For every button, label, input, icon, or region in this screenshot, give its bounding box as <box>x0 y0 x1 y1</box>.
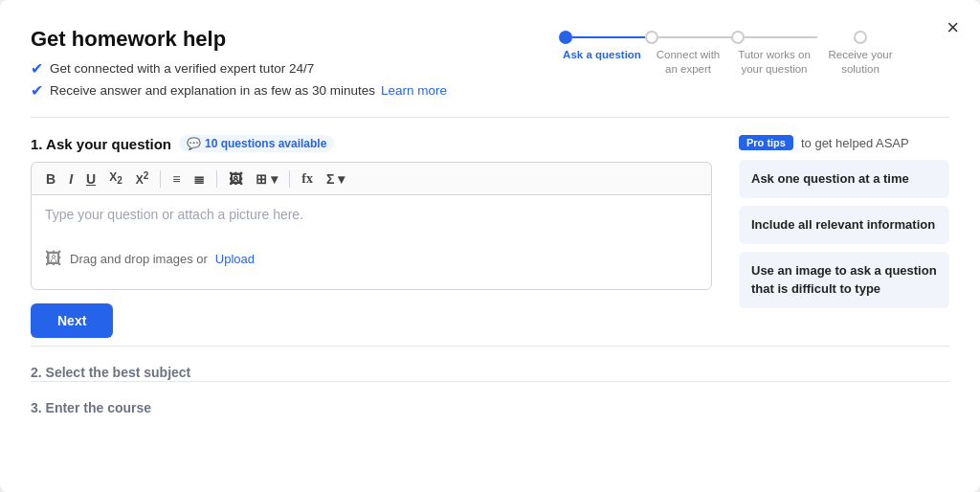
tip-card-3: Use an image to ask a question that is d… <box>739 252 949 307</box>
step-line-3 <box>745 36 817 38</box>
pro-tips-header: Pro tips to get helped ASAP <box>739 135 949 150</box>
step-dot-4 <box>854 31 867 44</box>
editor-toolbar: B I U X2 X2 ≡ ≣ 🖼 ⊞ ▾ fx Σ ▾ <box>31 162 712 194</box>
step-label-2: Connect withan expert <box>657 48 720 77</box>
upload-area: 🖼 Drag and drop images or Upload <box>45 249 698 269</box>
toolbar-ordered-list[interactable]: ≡ <box>167 169 185 189</box>
upload-text: Drag and drop images or <box>70 252 208 266</box>
step-1: Ask a question <box>559 31 645 62</box>
badge-icon: 💬 <box>187 137 201 150</box>
stepper: Ask a question Connect withan expert Tut… <box>559 31 903 77</box>
step-line-2 <box>658 36 731 38</box>
toolbar-unordered-list[interactable]: ≣ <box>189 169 210 189</box>
close-button[interactable]: × <box>947 17 959 38</box>
bullet-1-text: Get connected with a verified expert tut… <box>50 61 314 76</box>
toolbar-sep-3 <box>289 170 290 188</box>
step-4: Receive yoursolution <box>817 31 903 77</box>
toolbar-bold[interactable]: B <box>41 169 60 189</box>
editor-area[interactable]: Type your question or attach a picture h… <box>31 194 712 290</box>
step-dot-3 <box>731 31 745 44</box>
check-icon-1: ✔ <box>31 59 43 78</box>
step-label-1: Ask a question <box>563 48 641 62</box>
toolbar-sigma[interactable]: Σ ▾ <box>322 169 349 189</box>
header-left: Get homework help ✔ Get connected with a… <box>31 27 447 103</box>
left-column: 1. Ask your question 💬 10 questions avai… <box>31 135 712 338</box>
modal: × Get homework help ✔ Get connected with… <box>0 0 980 492</box>
section3: 3. Enter the course <box>31 381 949 416</box>
toolbar-table[interactable]: ⊞ ▾ <box>251 169 282 189</box>
section1-title: 1. Ask your question 💬 10 questions avai… <box>31 135 712 152</box>
section3-title: 3. Enter the course <box>31 400 151 415</box>
toolbar-sep-1 <box>160 170 161 188</box>
step-label-4: Receive yoursolution <box>828 48 892 77</box>
upload-link[interactable]: Upload <box>215 252 255 266</box>
tip-card-1: Ask one question at a time <box>739 160 949 198</box>
pro-tips-label: to get helped ASAP <box>801 136 909 150</box>
header-bullets: ✔ Get connected with a verified expert t… <box>31 59 447 100</box>
step-3: Tutor works onyour question <box>731 31 817 77</box>
pro-tips-badge: Pro tips <box>739 135 793 150</box>
badge-text: 10 questions available <box>205 137 326 150</box>
header-divider <box>31 117 949 118</box>
section2-title: 2. Select the best subject <box>31 365 190 380</box>
right-column: Pro tips to get helped ASAP Ask one ques… <box>739 135 949 338</box>
bullet-1: ✔ Get connected with a verified expert t… <box>31 59 447 78</box>
learn-more-link[interactable]: Learn more <box>381 83 447 98</box>
toolbar-superscript[interactable]: X2 <box>131 168 154 189</box>
toolbar-image[interactable]: 🖼 <box>224 169 247 189</box>
toolbar-underline[interactable]: U <box>81 169 100 189</box>
step-label-3: Tutor works onyour question <box>738 48 811 77</box>
bullet-2: ✔ Receive answer and explanation in as f… <box>31 81 447 100</box>
toolbar-formula[interactable]: fx <box>297 169 318 189</box>
main-content: 1. Ask your question 💬 10 questions avai… <box>31 135 949 338</box>
modal-title: Get homework help <box>31 27 447 52</box>
section2: 2. Select the best subject <box>31 346 949 381</box>
modal-header: Get homework help ✔ Get connected with a… <box>31 27 949 103</box>
step-dot-2 <box>645 31 658 44</box>
toolbar-subscript[interactable]: X2 <box>104 168 127 189</box>
tip-card-2: Include all relevant information <box>739 206 949 244</box>
toolbar-italic[interactable]: I <box>64 169 78 189</box>
section1-title-text: 1. Ask your question <box>31 136 171 152</box>
questions-badge: 💬 10 questions available <box>179 135 334 152</box>
toolbar-sep-2 <box>216 170 217 188</box>
check-icon-2: ✔ <box>31 81 43 100</box>
bullet-2-text: Receive answer and explanation in as few… <box>50 83 375 98</box>
step-dot-1 <box>559 31 572 44</box>
editor-placeholder: Type your question or attach a picture h… <box>45 207 698 222</box>
upload-icon: 🖼 <box>45 249 62 269</box>
next-button[interactable]: Next <box>31 303 113 338</box>
step-2: Connect withan expert <box>645 31 731 77</box>
step-line-1 <box>572 36 645 38</box>
